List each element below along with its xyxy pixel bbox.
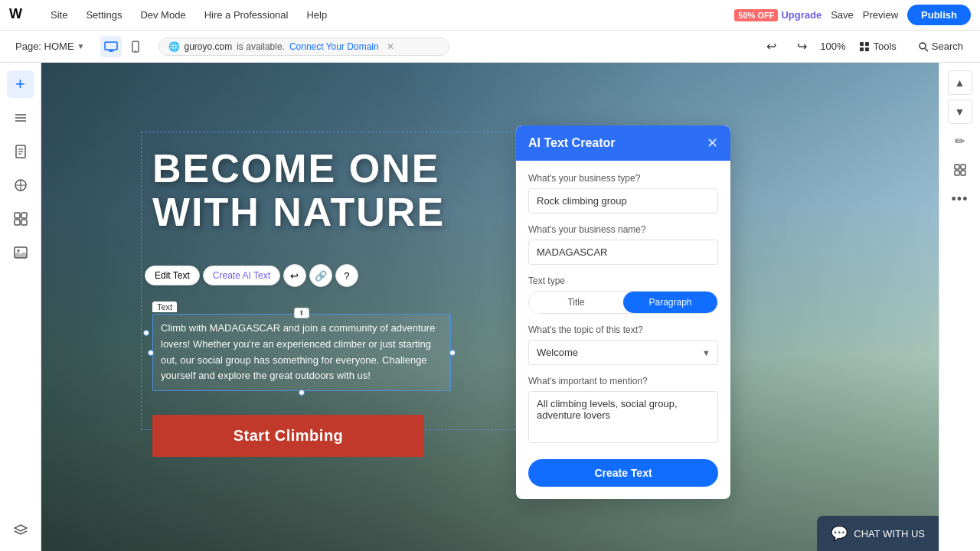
topic-select[interactable]: Welcome About Us Services Contact	[528, 340, 718, 365]
svg-point-5	[135, 50, 136, 51]
topic-group: What's the topic of this text? Welcome A…	[528, 324, 718, 365]
svg-rect-28	[961, 165, 965, 169]
nav-help[interactable]: Help	[297, 0, 336, 31]
text-handle-left[interactable]	[148, 350, 154, 356]
publish-button[interactable]: Publish	[907, 5, 971, 25]
pencil-icon[interactable]: ✏	[948, 129, 972, 153]
sidebar-theme-icon[interactable]	[7, 171, 34, 199]
link-icon-btn[interactable]: 🔗	[309, 264, 332, 287]
sidebar-layers-icon[interactable]	[7, 104, 34, 132]
text-element[interactable]: Text ⬆ Climb with MADAGASCAR and join a …	[152, 300, 451, 391]
svg-rect-1	[105, 42, 117, 50]
mobile-device-btn[interactable]	[125, 36, 146, 57]
sidebar-pages-icon[interactable]	[7, 138, 34, 165]
svg-rect-29	[955, 171, 959, 175]
hero-line2: WITH NATURE	[152, 191, 445, 234]
business-type-input[interactable]	[528, 188, 718, 214]
nav-settings[interactable]: Settings	[77, 0, 131, 31]
tools-label: Tools	[873, 41, 896, 52]
zoom-level: 100%	[820, 41, 845, 52]
svg-rect-23	[21, 220, 27, 225]
sidebar-apps-icon[interactable]	[7, 205, 34, 233]
modal-title: AI Text Creator	[528, 136, 616, 150]
svg-rect-9	[865, 47, 869, 51]
undo-button[interactable]: ↩	[759, 34, 783, 59]
left-sidebar: +	[0, 63, 41, 551]
globe-icon: 🌐	[168, 41, 180, 52]
discount-badge: 50% OFF	[734, 9, 778, 21]
page-label-text: Page: HOME	[15, 41, 74, 52]
connect-domain-link[interactable]: Connect Your Domain	[289, 41, 379, 52]
start-climbing-button[interactable]: Start Climbing	[152, 415, 424, 457]
chat-label: CHAT WITH US	[854, 528, 925, 540]
svg-rect-20	[15, 213, 20, 218]
search-button[interactable]: Search	[910, 37, 971, 55]
svg-marker-26	[15, 525, 27, 531]
redo-button[interactable]: ↪	[789, 34, 814, 59]
create-ai-text-button[interactable]: Create AI Text	[203, 266, 280, 285]
text-element-box: Climb with MADAGASCAR and join a communi…	[152, 314, 451, 391]
right-sidebar: ▲ ▼ ✏ •••	[939, 63, 980, 551]
domain-name: guroyo.com	[185, 41, 233, 52]
modal-header: AI Text Creator ✕	[516, 126, 730, 161]
domain-available-text: is available.	[237, 41, 285, 52]
sidebar-layers2-icon[interactable]	[7, 516, 34, 543]
scroll-down-button[interactable]: ▼	[948, 99, 972, 124]
business-name-input[interactable]	[528, 240, 718, 265]
sidebar-media-icon[interactable]	[7, 239, 34, 266]
history-icon-btn[interactable]: ↩	[283, 264, 306, 287]
close-domain-icon[interactable]: ✕	[387, 41, 394, 52]
svg-point-25	[17, 249, 19, 252]
wix-logo[interactable]: W	[9, 6, 34, 24]
save-button[interactable]: Save	[831, 9, 854, 21]
second-nav: Page: HOME ▼ 🌐 guroyo.com is available. …	[0, 31, 980, 63]
sidebar-add-icon[interactable]: +	[7, 70, 34, 98]
scroll-up-button[interactable]: ▲	[948, 70, 972, 95]
hero-heading: BECOME ONE WITH NATURE	[152, 147, 445, 234]
title-type-button[interactable]: Title	[529, 292, 623, 313]
text-toolbar: Edit Text Create AI Text ↩ 🔗 ?	[145, 264, 358, 287]
paragraph-type-button[interactable]: Paragraph	[623, 292, 717, 313]
text-type-toggle: Title Paragraph	[528, 291, 718, 314]
nav-site[interactable]: Site	[41, 0, 77, 31]
tools-button[interactable]: Tools	[851, 37, 903, 55]
modal-close-button[interactable]: ✕	[707, 136, 718, 150]
svg-rect-6	[860, 42, 864, 46]
business-type-label: What's your business type?	[528, 173, 718, 184]
desktop-device-btn[interactable]	[100, 36, 122, 57]
text-handle-right[interactable]	[449, 350, 456, 356]
svg-rect-27	[955, 165, 959, 169]
edit-text-button[interactable]: Edit Text	[145, 266, 200, 285]
business-name-group: What's your business name?	[528, 224, 718, 265]
page-label[interactable]: Page: HOME ▼	[9, 37, 91, 55]
chat-widget[interactable]: 💬 CHAT WITH US	[817, 516, 939, 551]
topic-label: What's the topic of this text?	[528, 324, 718, 335]
nav-devmode[interactable]: Dev Mode	[131, 0, 194, 31]
svg-rect-8	[860, 47, 864, 51]
top-nav: W Site Settings Dev Mode Hire a Professi…	[0, 0, 980, 31]
svg-rect-30	[961, 171, 965, 175]
grid-layout-icon[interactable]	[948, 158, 972, 182]
search-label: Search	[932, 41, 963, 52]
more-options-icon[interactable]: •••	[948, 187, 972, 211]
text-type-label: Text type	[528, 276, 718, 286]
svg-point-10	[920, 43, 926, 49]
important-label: What's important to mention?	[528, 376, 718, 386]
create-text-button[interactable]: Create Text	[528, 459, 718, 487]
page-chevron-icon: ▼	[77, 42, 85, 51]
domain-bar: 🌐 guroyo.com is available. Connect Your …	[158, 37, 449, 56]
upgrade-button[interactable]: Upgrade	[781, 9, 822, 21]
text-handle-bottom[interactable]	[299, 390, 305, 396]
preview-button[interactable]: Preview	[863, 9, 898, 21]
modal-body: What's your business type? What's your b…	[516, 161, 730, 499]
nav-tools-right: ↩ ↪ 100% Tools Search	[759, 34, 971, 59]
help-icon-btn[interactable]: ?	[335, 264, 358, 287]
important-textarea[interactable]: All climbing levels, social group, adven…	[528, 391, 718, 443]
text-type-group-container: Text type Title Paragraph	[528, 276, 718, 314]
canvas: BECOME ONE WITH NATURE Edit Text Create …	[41, 63, 939, 551]
zoom-control[interactable]: 100%	[820, 41, 845, 52]
svg-rect-21	[21, 213, 27, 218]
svg-rect-7	[865, 42, 869, 46]
text-handle-top[interactable]: ⬆	[294, 308, 309, 318]
nav-hire[interactable]: Hire a Professional	[195, 0, 298, 31]
